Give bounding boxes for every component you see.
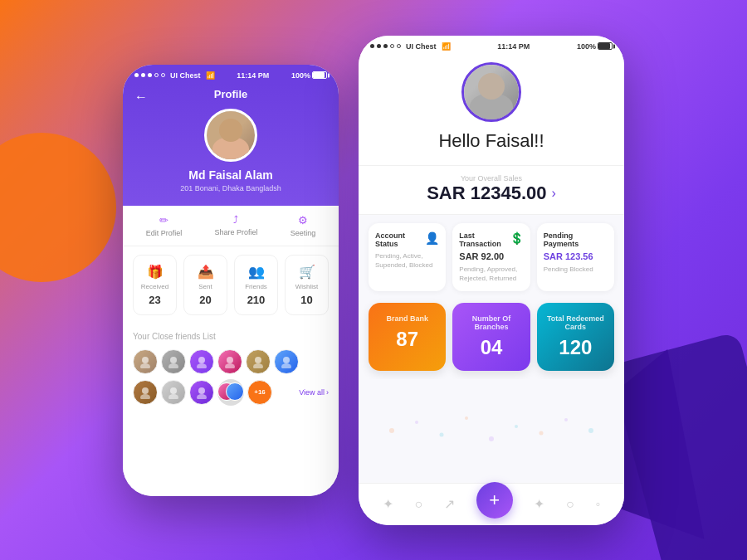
back-button[interactable]: ←	[134, 90, 148, 105]
redeemed-cards-card[interactable]: Total Redeemed Cards 120	[537, 303, 614, 371]
rdot-5	[397, 44, 401, 48]
stat-received: 🎁 Received 23	[133, 255, 177, 315]
svg-point-20	[440, 433, 444, 437]
profile-name: Md Faisal Alam	[188, 168, 272, 182]
svg-point-9	[253, 363, 263, 368]
view-all-chevron: ›	[326, 388, 329, 397]
friend-avatar-7	[133, 380, 158, 405]
right-status-bar: UI Chest 📶 11:14 PM 100%	[359, 36, 624, 54]
sales-amount: SAR 12345.00	[427, 183, 546, 204]
svg-point-17	[197, 394, 207, 399]
bg-decoration-circle	[0, 133, 116, 282]
share-label: Share Profiel	[214, 228, 257, 236]
sent-icon: 📤	[198, 264, 214, 280]
nav-icon-4[interactable]: ✦	[534, 496, 544, 512]
nav-icon-2[interactable]: ○	[415, 497, 423, 512]
left-time: 11:14 PM	[237, 71, 269, 80]
svg-point-21	[465, 416, 468, 420]
stats-grid: 🎁 Received 23 📤 Sent 20 👥 Friends 210 🛒 …	[123, 246, 339, 324]
left-app-name: UI Chest	[170, 71, 201, 80]
view-all-button[interactable]: View all ›	[299, 388, 329, 397]
friends-label: Friends	[245, 283, 267, 290]
svg-point-1	[140, 363, 150, 368]
dot-4	[154, 73, 159, 77]
svg-point-24	[540, 431, 544, 436]
redeemed-title: Total Redeemed Cards	[545, 314, 606, 331]
received-icon: 🎁	[147, 264, 164, 280]
brand-bank-card[interactable]: Brand Bank 87	[369, 303, 446, 371]
account-status-header: Account Status 👤	[375, 231, 439, 248]
profile-address: 201 Bonani, Dhaka Bangladsh	[180, 184, 281, 192]
nav-fab-button[interactable]: +	[476, 482, 513, 519]
decoration-area	[359, 379, 624, 483]
friends-value: 210	[247, 294, 266, 306]
last-transaction-card: Last Transaction 💲 SAR 92.00 Pending, Ap…	[452, 223, 530, 291]
friends-section-title: Your Close friends List	[133, 332, 329, 341]
friend-avatar-9	[189, 380, 214, 405]
bottom-nav: ✦ ○ ↗ + ✦ ○ ◦	[359, 483, 624, 525]
branches-card[interactable]: Number Of Branches 04	[452, 303, 530, 371]
right-app-name: UI Chest	[406, 42, 437, 51]
svg-point-23	[515, 425, 518, 428]
sales-chevron[interactable]: ›	[552, 186, 556, 201]
nav-icon-5[interactable]: ○	[566, 497, 574, 512]
right-battery-icon	[598, 42, 613, 50]
friend-avatar-6	[274, 349, 299, 374]
svg-point-6	[227, 357, 233, 363]
sales-section: Your Overall Sales SAR 12345.00 ›	[359, 166, 624, 215]
settings-label: Seeting	[290, 229, 316, 237]
svg-point-16	[198, 387, 205, 394]
last-transaction-header: Last Transaction 💲	[459, 231, 523, 248]
brand-bank-value: 87	[396, 328, 418, 351]
nav-icon-6[interactable]: ◦	[595, 497, 600, 512]
left-status-bar: UI Chest 📶 11:14 PM 100%	[123, 65, 339, 83]
status-dots: UI Chest 📶	[134, 71, 215, 80]
share-profile-action[interactable]: ⤴ Share Profiel	[214, 214, 257, 237]
nav-icon-1[interactable]: ✦	[383, 496, 393, 512]
svg-point-2	[170, 357, 177, 363]
stat-friends: 👥 Friends 210	[234, 255, 278, 315]
svg-point-8	[255, 357, 261, 363]
rdot-4	[390, 44, 394, 48]
last-transaction-title: Last Transaction	[459, 231, 509, 248]
pending-desc: Pending Blocked	[544, 265, 608, 274]
friends-icon: 👥	[248, 264, 265, 280]
sent-label: Sent	[198, 283, 212, 290]
info-cards-row: Account Status 👤 Pending, Active, Supend…	[359, 215, 624, 299]
stat-wishlist: 🛒 Wishlist 10	[285, 255, 329, 315]
settings-action[interactable]: ⚙ Seeting	[290, 214, 316, 237]
friend-avatar-group	[217, 379, 244, 406]
received-value: 23	[149, 294, 160, 306]
pending-amount: SAR 123.56	[544, 251, 608, 261]
profile-title: Profile	[214, 88, 247, 100]
right-wifi-icon: 📶	[442, 42, 451, 51]
svg-point-18	[389, 428, 394, 433]
account-status-title: Account Status	[375, 231, 425, 248]
transaction-amount: SAR 92.00	[459, 251, 523, 261]
friend-avatar-5	[246, 349, 271, 374]
wishlist-icon: 🛒	[299, 264, 315, 280]
account-status-desc: Pending, Active, Supended, Blocked	[375, 251, 439, 270]
dot-1	[134, 73, 139, 77]
transaction-desc: Pending, Approved, Rejected, Returned	[459, 265, 523, 283]
svg-point-12	[142, 387, 149, 394]
friend-avatar-3	[189, 349, 214, 374]
friend-avatar-4	[217, 349, 242, 374]
pending-payments-card: Pending Payments SAR 123.56 Pending Bloc…	[537, 223, 614, 291]
friend-avatar-2	[161, 349, 186, 374]
nav-icon-3[interactable]: ↗	[444, 496, 455, 512]
friends-row-1	[133, 349, 329, 374]
dot-3	[148, 73, 152, 77]
svg-point-13	[140, 394, 150, 399]
svg-point-14	[170, 387, 177, 394]
sales-label: Your Overall Sales	[375, 174, 608, 183]
received-label: Received	[141, 283, 168, 290]
right-battery-pct: 100%	[577, 42, 596, 51]
branches-value: 04	[481, 336, 503, 359]
edit-profile-action[interactable]: ✏ Edit Profiel	[146, 214, 183, 237]
greeting-text: Hello Faisal!!	[438, 130, 544, 152]
rdot-3	[383, 44, 388, 48]
rdot-1	[370, 44, 374, 48]
friend-avatar-1	[133, 349, 158, 374]
dot-2	[141, 73, 145, 77]
